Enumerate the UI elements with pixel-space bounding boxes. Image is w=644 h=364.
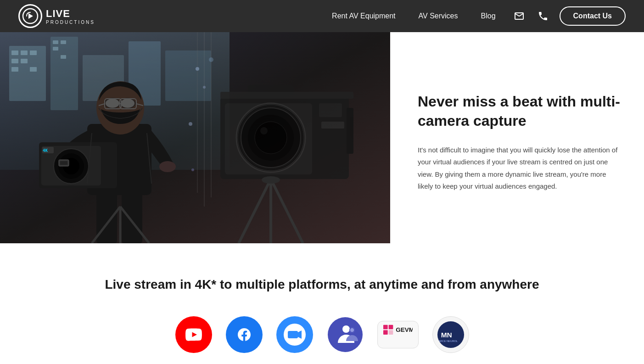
svg-text:4K: 4K — [43, 148, 48, 153]
text-panel: Never miss a beat with multi- camera cap… — [390, 32, 644, 243]
logo-text-block: LIVE PRODUCTIONS — [46, 8, 95, 25]
svg-rect-39 — [122, 188, 142, 243]
svg-point-77 — [328, 317, 363, 352]
logo-brand: LIVE — [46, 8, 95, 20]
logo-sub: PRODUCTIONS — [46, 20, 95, 25]
facebook-icon[interactable] — [226, 316, 263, 353]
streaming-heading: Live stream in 4K* to multiple platforms… — [18, 275, 626, 293]
gevme-icon[interactable]: GEVME — [377, 321, 419, 348]
miceneurol-svg: MN MICE NEUROL — [437, 320, 465, 349]
svg-rect-28 — [319, 103, 342, 117]
nav-link-av[interactable]: AV Services — [419, 12, 458, 20]
platform-icons: GEVME MN MICE NEUROL — [18, 316, 626, 353]
svg-rect-12 — [21, 59, 28, 63]
svg-rect-29 — [321, 122, 344, 129]
svg-rect-81 — [383, 325, 388, 330]
hero-heading: Never miss a beat with multi- camera cap… — [418, 92, 621, 130]
svg-text:GEVME: GEVME — [396, 326, 413, 333]
navbar: LIVE PRODUCTIONS Rent AV Equipment AV Se… — [0, 0, 644, 32]
youtube-icon[interactable] — [175, 316, 212, 353]
svg-rect-15 — [53, 40, 58, 44]
zoom-icon[interactable] — [276, 316, 313, 353]
nav-link-rent[interactable]: Rent AV Equipment — [332, 12, 395, 20]
facebook-svg — [235, 325, 254, 344]
nav-item-av: AV Services — [419, 12, 458, 20]
contact-button[interactable]: Contact Us — [560, 6, 626, 26]
svg-rect-14 — [30, 67, 37, 72]
hero-image-container: 4K — [0, 32, 390, 243]
youtube-svg — [184, 325, 203, 344]
phone-icon — [538, 11, 549, 22]
logo-circle — [18, 4, 42, 28]
svg-rect-17 — [53, 47, 58, 50]
svg-rect-9 — [21, 50, 28, 55]
nav-links: Rent AV Equipment AV Services Blog — [332, 12, 495, 20]
svg-point-70 — [196, 67, 199, 71]
svg-point-72 — [209, 57, 213, 62]
logo[interactable]: LIVE PRODUCTIONS — [18, 4, 95, 28]
svg-point-78 — [342, 325, 350, 333]
svg-rect-11 — [11, 59, 18, 63]
nav-link-blog[interactable]: Blog — [481, 12, 496, 20]
svg-point-24 — [255, 122, 287, 154]
svg-point-73 — [189, 122, 192, 126]
teams-svg — [327, 316, 364, 353]
svg-text:MICE NEUROL: MICE NEUROL — [439, 340, 458, 342]
svg-point-71 — [203, 86, 206, 89]
nav-icons — [510, 6, 553, 26]
nav-item-rent: Rent AV Equipment — [332, 12, 395, 20]
teams-icon[interactable] — [327, 316, 364, 353]
svg-rect-31 — [220, 92, 353, 99]
svg-rect-64 — [60, 161, 67, 165]
svg-point-46 — [106, 99, 119, 108]
phone-button[interactable] — [533, 6, 553, 26]
streaming-section: Live stream in 4K* to multiple platforms… — [0, 243, 644, 364]
hero-body: It's not difficult to imagine that you w… — [418, 144, 621, 192]
svg-rect-76 — [288, 331, 298, 338]
svg-rect-8 — [11, 50, 18, 55]
svg-rect-13 — [11, 67, 18, 72]
camera-scene-svg: 4K — [0, 32, 390, 243]
email-icon — [514, 11, 525, 22]
svg-rect-30 — [347, 108, 353, 154]
svg-rect-83 — [383, 330, 388, 335]
zoom-svg — [283, 323, 306, 346]
logo-icon — [22, 8, 39, 24]
main-section: 4K Never miss — [0, 32, 644, 243]
miceneurol-icon[interactable]: MN MICE NEUROL — [432, 316, 469, 353]
svg-point-80 — [350, 328, 354, 332]
svg-point-42 — [159, 161, 176, 172]
email-button[interactable] — [510, 6, 529, 26]
gevme-svg: GEVME — [383, 325, 413, 345]
svg-point-25 — [260, 127, 268, 134]
hero-image: 4K — [0, 32, 390, 243]
svg-rect-10 — [30, 50, 37, 55]
svg-point-37 — [262, 176, 280, 184]
svg-rect-18 — [61, 55, 66, 59]
svg-point-47 — [121, 99, 134, 108]
nav-item-blog: Blog — [481, 12, 496, 20]
svg-point-74 — [191, 168, 194, 171]
svg-rect-16 — [61, 40, 66, 44]
svg-rect-82 — [388, 325, 393, 330]
svg-rect-84 — [388, 330, 393, 335]
svg-text:MN: MN — [441, 331, 452, 339]
